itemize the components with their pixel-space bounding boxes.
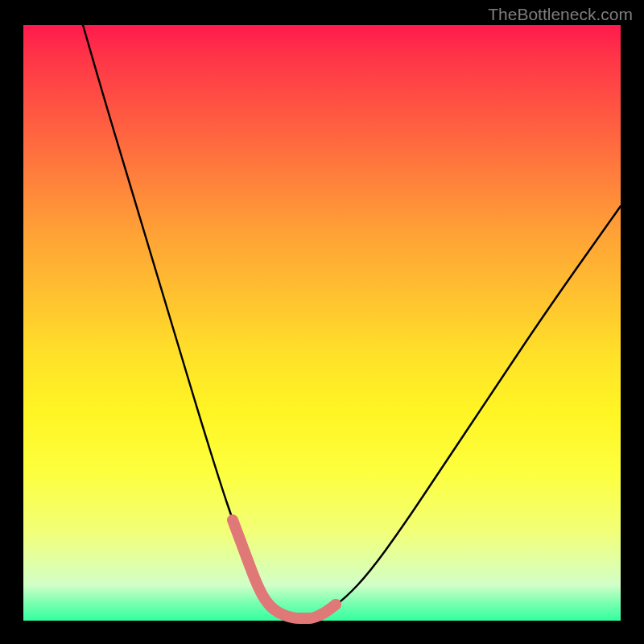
highlight-band-path [233, 520, 336, 618]
bottleneck-curve-path [83, 25, 621, 618]
chart-plot-area [23, 25, 621, 621]
bottleneck-chart-svg [23, 25, 621, 621]
watermark-text: TheBottleneck.com [488, 5, 633, 24]
